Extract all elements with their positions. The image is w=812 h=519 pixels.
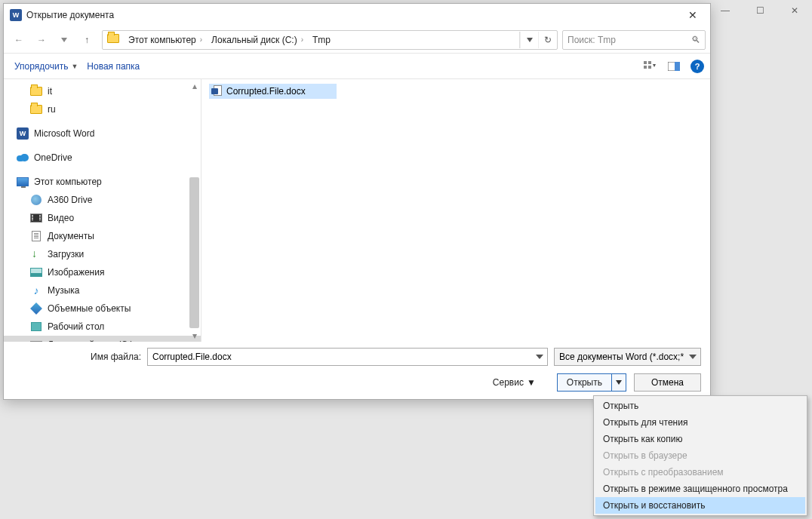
- menu-item[interactable]: Открыть: [595, 398, 805, 414]
- scroll-thumb[interactable]: [189, 177, 199, 328]
- word-app-icon: W: [10, 9, 22, 21]
- parent-minimize-button[interactable]: —: [708, 0, 743, 21]
- dialog-title: Открытие документа: [26, 10, 681, 20]
- menu-item[interactable]: Открыть в режиме защищенного просмотра: [595, 481, 805, 497]
- tree-item[interactable]: A360 Drive: [4, 191, 201, 209]
- search-input[interactable]: Поиск: Tmp 🔍︎: [562, 30, 706, 50]
- scroll-down-button[interactable]: ▾: [188, 329, 201, 342]
- recent-locations-button[interactable]: [54, 30, 75, 50]
- organize-button[interactable]: Упорядочить ▼: [10, 58, 82, 75]
- 3d-icon: [29, 302, 43, 315]
- filetype-select[interactable]: [554, 348, 701, 366]
- tree-item[interactable]: Объемные объекты: [4, 299, 201, 318]
- title-bar: W Открытие документа ✕: [4, 4, 710, 26]
- menu-item[interactable]: Открыть для чтения: [595, 414, 805, 431]
- svg-marker-0: [61, 38, 67, 42]
- open-file-dialog: W Открытие документа ✕ ← → ↑ Этот компью…: [3, 3, 711, 400]
- breadcrumb-dropdown-button[interactable]: [520, 32, 538, 48]
- tree-item-label: Изображения: [48, 267, 104, 278]
- breadcrumb-segment[interactable]: Этот компьютер›: [124, 31, 207, 49]
- download-icon: [29, 248, 43, 260]
- tree-item[interactable]: Документы: [4, 227, 201, 245]
- breadcrumb-segment[interactable]: Локальный диск (C:)›: [207, 31, 308, 49]
- doc-icon: [29, 230, 43, 242]
- folder-icon: [29, 103, 43, 115]
- folder-icon: [29, 85, 43, 97]
- action-row: Сервис ▼ Открыть Отмена: [13, 373, 701, 392]
- help-button[interactable]: ?: [691, 60, 704, 73]
- up-button[interactable]: ↑: [76, 30, 97, 50]
- tree-item-label: A360 Drive: [48, 195, 92, 205]
- parent-close-button[interactable]: ✕: [777, 0, 812, 21]
- svg-rect-5: [648, 66, 651, 69]
- open-dropdown-menu: ОткрытьОткрыть для чтенияОткрыть как коп…: [593, 395, 807, 516]
- image-icon: [29, 266, 43, 278]
- chevron-down-icon: ▼: [527, 377, 536, 388]
- svg-rect-3: [648, 61, 651, 64]
- tree-item-label: Локальный диск (C:): [48, 339, 134, 342]
- tree-item[interactable]: Видео: [4, 209, 201, 227]
- tree-item[interactable]: Локальный диск (C:): [4, 336, 201, 342]
- content-area: ▴ ▾ itruWMicrosoft WordOneDriveЭтот комп…: [4, 79, 710, 342]
- tools-label: Сервис: [493, 377, 524, 388]
- folder-icon: [107, 34, 121, 46]
- tree-item-label: ru: [48, 104, 56, 115]
- view-options-button[interactable]: [639, 57, 660, 75]
- new-folder-button[interactable]: Новая папка: [82, 58, 144, 75]
- filename-input[interactable]: [147, 348, 548, 366]
- tree-item[interactable]: OneDrive: [4, 149, 201, 167]
- tree-item[interactable]: it: [4, 82, 201, 100]
- back-button[interactable]: ←: [8, 30, 29, 50]
- refresh-button[interactable]: ↻: [538, 32, 556, 48]
- file-list[interactable]: Corrupted.File.docx: [201, 79, 710, 342]
- video-icon: [29, 212, 43, 224]
- tree-item-label: Объемные объекты: [48, 303, 131, 314]
- tree-item[interactable]: WMicrosoft Word: [4, 124, 201, 143]
- organize-label: Упорядочить: [14, 61, 68, 72]
- forward-button[interactable]: →: [31, 30, 52, 50]
- tree-item-label: Рабочий стол: [48, 321, 104, 332]
- menu-item: Открыть в браузере: [595, 447, 805, 464]
- menu-item[interactable]: Открыть и восстановить: [595, 497, 805, 514]
- cancel-button[interactable]: Отмена: [634, 373, 701, 392]
- desktop-icon: [29, 321, 43, 333]
- tree-scrollbar[interactable]: ▴ ▾: [188, 79, 201, 342]
- open-dropdown-button[interactable]: [612, 374, 626, 391]
- music-icon: ♪: [29, 284, 43, 296]
- breadcrumb-label: Tmp: [312, 35, 331, 45]
- tree-item[interactable]: ru: [4, 100, 201, 118]
- search-icon: 🔍︎: [691, 35, 700, 45]
- new-folder-label: Новая папка: [87, 61, 140, 72]
- menu-item[interactable]: Открыть как копию: [595, 431, 805, 447]
- tree-item-label: Музыка: [48, 285, 79, 296]
- file-item[interactable]: Corrupted.File.docx: [209, 84, 337, 99]
- breadcrumb-label: Этот компьютер: [128, 35, 196, 45]
- preview-pane-button[interactable]: [663, 57, 684, 75]
- tree-item[interactable]: ♪Музыка: [4, 281, 201, 299]
- bottom-panel: Имя файла: Сервис ▼ Открыть Отмена: [4, 342, 710, 399]
- svg-marker-9: [616, 380, 622, 385]
- breadcrumb-label: Локальный диск (C:): [211, 35, 297, 45]
- search-placeholder: Поиск: Tmp: [567, 35, 616, 45]
- tree-item[interactable]: Рабочий стол: [4, 318, 201, 336]
- toolbar: Упорядочить ▼ Новая папка ?: [4, 54, 710, 79]
- breadcrumb-segment[interactable]: Tmp: [308, 31, 335, 49]
- filename-row: Имя файла:: [13, 348, 701, 366]
- breadcrumb-bar[interactable]: Этот компьютер› Локальный диск (C:)› Tmp…: [102, 30, 558, 50]
- navigation-tree[interactable]: ▴ ▾ itruWMicrosoft WordOneDriveЭтот комп…: [4, 79, 201, 342]
- parent-maximize-button[interactable]: ☐: [743, 0, 777, 21]
- docx-icon: [211, 85, 223, 97]
- tree-item[interactable]: Этот компьютер: [4, 173, 201, 191]
- tree-item-label: Этот компьютер: [34, 177, 102, 187]
- onedrive-icon: [16, 152, 29, 164]
- tree-item[interactable]: Изображения: [4, 263, 201, 281]
- close-button[interactable]: ✕: [681, 9, 704, 21]
- scroll-up-button[interactable]: ▴: [188, 79, 201, 92]
- monitor-icon: [16, 176, 29, 188]
- tools-button[interactable]: Сервис ▼: [493, 377, 536, 388]
- tree-item-label: Microsoft Word: [34, 128, 94, 139]
- parent-window-controls: — ☐ ✕: [708, 0, 812, 21]
- tree-item[interactable]: Загрузки: [4, 245, 201, 263]
- open-button[interactable]: Открыть: [558, 374, 612, 391]
- svg-rect-2: [644, 61, 647, 64]
